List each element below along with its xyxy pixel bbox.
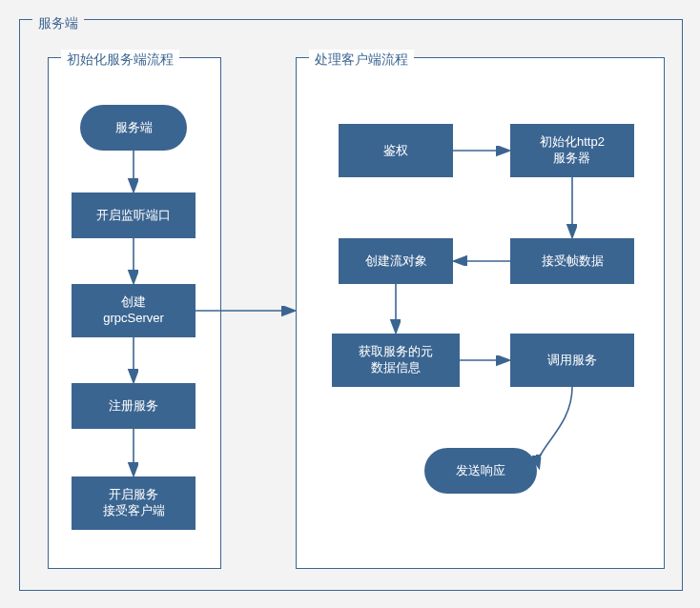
node-meta: 获取服务的元 数据信息 <box>332 334 460 387</box>
node-serve: 开启服务 接受客户端 <box>72 476 196 530</box>
diagram-canvas: 服务端 初始化服务端流程 处理客户端流程 服务端 开启监听端口 创建 grpcS… <box>0 0 700 608</box>
node-frame: 接受帧数据 <box>510 238 634 284</box>
handle-panel-title: 处理客户端流程 <box>309 50 414 71</box>
node-start: 服务端 <box>80 105 187 151</box>
node-stream: 创建流对象 <box>339 238 453 284</box>
node-invoke: 调用服务 <box>510 334 634 387</box>
node-create: 创建 grpcServer <box>72 284 196 337</box>
outer-panel-title: 服务端 <box>32 13 84 34</box>
node-http2: 初始化http2 服务器 <box>510 124 634 177</box>
node-listen: 开启监听端口 <box>72 193 196 238</box>
node-respond: 发送响应 <box>424 448 537 494</box>
node-register: 注册服务 <box>72 383 196 429</box>
init-panel-title: 初始化服务端流程 <box>61 50 179 71</box>
node-auth: 鉴权 <box>339 124 453 177</box>
